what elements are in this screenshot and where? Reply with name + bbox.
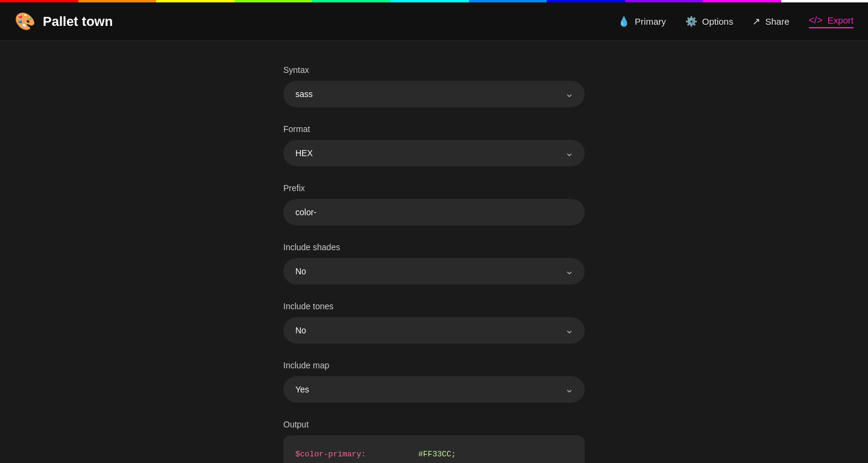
include-shades-select-wrapper: No Yes xyxy=(283,258,585,285)
include-shades-group: Include shades No Yes xyxy=(283,242,585,285)
main-content: Syntax sass scss less css json Format HE… xyxy=(0,41,868,463)
nav-export[interactable]: </> Export xyxy=(809,15,854,28)
include-map-select-wrapper: Yes No xyxy=(283,376,585,403)
include-map-group: Include map Yes No xyxy=(283,361,585,403)
format-group: Format HEX RGB HSL HSV xyxy=(283,124,585,166)
syntax-group: Syntax sass scss less css json xyxy=(283,65,585,107)
header-left: 🎨 Pallet town xyxy=(14,11,113,31)
nav-export-label: Export xyxy=(828,15,854,25)
include-shades-select[interactable]: No Yes xyxy=(283,258,585,285)
form-container: Syntax sass scss less css json Format HE… xyxy=(283,65,585,463)
prefix-input[interactable] xyxy=(283,199,585,225)
options-icon: ⚙️ xyxy=(685,16,697,27)
include-tones-select[interactable]: No Yes xyxy=(283,317,585,344)
logo-icon: 🎨 xyxy=(14,11,36,31)
include-tones-group: Include tones No Yes xyxy=(283,301,585,344)
nav-primary[interactable]: 💧 Primary xyxy=(618,16,666,27)
nav-primary-label: Primary xyxy=(635,16,666,27)
include-map-select[interactable]: Yes No xyxy=(283,376,585,403)
prefix-group: Prefix xyxy=(283,183,585,225)
share-icon: ↗ xyxy=(752,16,760,27)
output-box: $color-primary: #FF33CC; $color-secondar… xyxy=(283,435,585,463)
syntax-label: Syntax xyxy=(283,65,585,75)
nav-share[interactable]: ↗ Share xyxy=(752,16,789,27)
nav-options[interactable]: ⚙️ Options xyxy=(685,16,734,27)
format-select[interactable]: HEX RGB HSL HSV xyxy=(283,140,585,166)
include-tones-select-wrapper: No Yes xyxy=(283,317,585,344)
output-value-primary: #FF33CC; xyxy=(418,447,456,461)
include-map-label: Include map xyxy=(283,361,585,370)
include-shades-label: Include shades xyxy=(283,242,585,252)
format-label: Format xyxy=(283,124,585,134)
syntax-select[interactable]: sass scss less css json xyxy=(283,81,585,107)
include-tones-label: Include tones xyxy=(283,301,585,311)
nav-options-label: Options xyxy=(702,16,734,27)
syntax-select-wrapper: sass scss less css json xyxy=(283,81,585,107)
output-group: Output $color-primary: #FF33CC; $color-s… xyxy=(283,420,585,463)
app-title: Pallet town xyxy=(43,14,113,30)
header: 🎨 Pallet town 💧 Primary ⚙️ Options ↗ Sha… xyxy=(0,2,868,41)
format-select-wrapper: HEX RGB HSL HSV xyxy=(283,140,585,166)
output-label: Output xyxy=(283,420,585,429)
primary-icon: 💧 xyxy=(618,16,630,27)
output-key-primary: $color-primary: xyxy=(295,447,416,461)
prefix-label: Prefix xyxy=(283,183,585,193)
header-nav: 💧 Primary ⚙️ Options ↗ Share </> Export xyxy=(618,15,854,28)
output-line-primary: $color-primary: #FF33CC; xyxy=(295,447,573,461)
export-icon: </> xyxy=(809,15,823,26)
nav-share-label: Share xyxy=(765,16,789,27)
